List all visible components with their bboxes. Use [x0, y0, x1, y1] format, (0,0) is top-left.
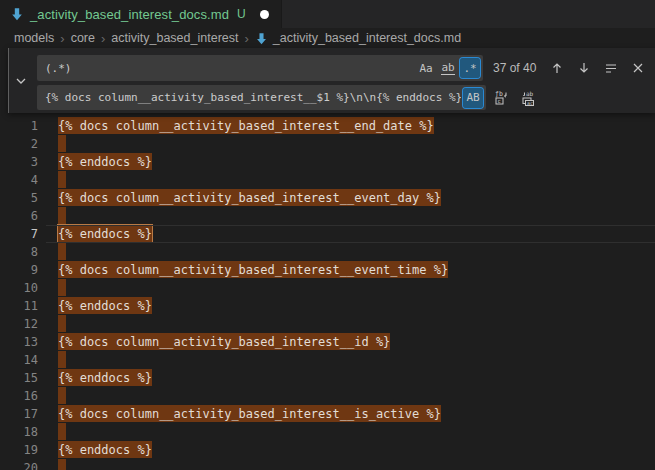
- line-number: 20: [0, 459, 58, 470]
- find-replace-widget: Aa ab .* 37 of 40: [8, 48, 655, 113]
- code-text: {% enddocs %}: [58, 369, 152, 386]
- empty-match-highlight: [58, 171, 66, 188]
- code-text: {% docs column__activity_based_interest_…: [58, 261, 448, 278]
- code-line[interactable]: 13{% docs column__activity_based_interes…: [0, 333, 655, 351]
- code-line[interactable]: 5{% docs column__activity_based_interest…: [0, 189, 655, 207]
- empty-match-highlight: [58, 423, 66, 440]
- code-line[interactable]: 16: [0, 387, 655, 405]
- code-line[interactable]: 6: [0, 207, 655, 225]
- line-content: {% docs column__activity_based_interest_…: [58, 117, 655, 135]
- code-line[interactable]: 11{% enddocs %}: [0, 297, 655, 315]
- line-content: {% docs column__activity_based_interest_…: [58, 405, 655, 423]
- previous-match-button[interactable]: [546, 57, 568, 79]
- empty-match-highlight: [58, 135, 66, 152]
- replace-all-icon[interactable]: ab ac: [518, 87, 540, 109]
- code-line[interactable]: 20: [0, 459, 655, 470]
- line-content: {% enddocs %}: [58, 297, 655, 315]
- preserve-case-button[interactable]: AB: [463, 88, 483, 108]
- replace-input-box: AB: [37, 85, 486, 110]
- vscode-editor-window: _activity_based_interest_docs.md U model…: [0, 0, 655, 470]
- code-line[interactable]: 9{% docs column__activity_based_interest…: [0, 261, 655, 279]
- code-text: {% enddocs %}: [58, 153, 152, 170]
- replace-input[interactable]: [37, 85, 461, 110]
- code-line[interactable]: 12: [0, 315, 655, 333]
- line-content: {% docs column__activity_based_interest_…: [58, 189, 655, 207]
- code-area[interactable]: 1{% docs column__activity_based_interest…: [0, 117, 655, 470]
- empty-match-highlight: [58, 243, 66, 260]
- match-case-button[interactable]: Aa: [416, 58, 436, 78]
- empty-match-highlight: [58, 207, 66, 224]
- empty-match-highlight: [58, 279, 66, 296]
- code-line[interactable]: 3{% enddocs %}: [0, 153, 655, 171]
- markdown-file-icon: [255, 32, 268, 45]
- empty-match-highlight: [58, 459, 66, 470]
- breadcrumb-item-models[interactable]: models: [14, 31, 54, 45]
- tab-activity-based-interest-docs[interactable]: _activity_based_interest_docs.md U: [0, 0, 282, 28]
- code-line[interactable]: 19{% enddocs %}: [0, 441, 655, 459]
- line-number: 16: [0, 387, 58, 405]
- unsaved-changes-dot[interactable]: [260, 10, 269, 19]
- line-number: 10: [0, 279, 58, 297]
- editor-pane[interactable]: Aa ab .* 37 of 40: [0, 48, 655, 470]
- line-content: {% docs column__activity_based_interest_…: [58, 333, 655, 351]
- markdown-file-icon: [10, 7, 24, 21]
- find-input[interactable]: [37, 55, 414, 81]
- svg-text:ab: ab: [526, 90, 534, 97]
- code-text: {% enddocs %}: [58, 441, 152, 458]
- code-line[interactable]: 7{% enddocs %}: [0, 225, 655, 243]
- line-number: 9: [0, 261, 58, 279]
- line-number: 17: [0, 405, 58, 423]
- toggle-replace-chevron-icon[interactable]: [12, 73, 30, 89]
- replace-icon[interactable]: ƒb c: [491, 87, 513, 109]
- code-text: {% docs column__activity_based_interest_…: [58, 333, 390, 350]
- code-line[interactable]: 4: [0, 171, 655, 189]
- close-icon[interactable]: [627, 57, 649, 79]
- line-number: 1: [0, 117, 58, 135]
- line-content: {% enddocs %}: [58, 225, 655, 243]
- svg-text:ac: ac: [527, 100, 533, 106]
- line-number: 14: [0, 351, 58, 369]
- line-number: 5: [0, 189, 58, 207]
- line-number: 12: [0, 315, 58, 333]
- whole-word-button[interactable]: ab: [438, 58, 458, 78]
- line-number: 19: [0, 441, 58, 459]
- code-line[interactable]: 14: [0, 351, 655, 369]
- find-row: Aa ab .* 37 of 40: [37, 55, 649, 81]
- line-number: 18: [0, 423, 58, 441]
- line-number: 2: [0, 135, 58, 153]
- next-match-button[interactable]: [573, 57, 595, 79]
- breadcrumb-item-activity-based-interest[interactable]: activity_based_interest: [111, 31, 238, 45]
- code-text: {% enddocs %}: [58, 225, 152, 242]
- find-in-selection-icon[interactable]: [600, 57, 622, 79]
- code-text: {% docs column__activity_based_interest_…: [58, 189, 441, 206]
- code-line[interactable]: 15{% enddocs %}: [0, 369, 655, 387]
- svg-text:c: c: [498, 98, 501, 104]
- code-line[interactable]: 1{% docs column__activity_based_interest…: [0, 117, 655, 135]
- line-content: [58, 207, 655, 225]
- line-content: [58, 171, 655, 189]
- line-content: [58, 387, 655, 405]
- line-number: 15: [0, 369, 58, 387]
- line-content: [58, 315, 655, 333]
- code-line[interactable]: 8: [0, 243, 655, 261]
- code-line[interactable]: 17{% docs column__activity_based_interes…: [0, 405, 655, 423]
- line-content: [58, 423, 655, 441]
- regex-button[interactable]: .*: [460, 58, 480, 78]
- breadcrumb-item-core[interactable]: core: [71, 31, 95, 45]
- code-line[interactable]: 18: [0, 423, 655, 441]
- line-content: {% enddocs %}: [58, 153, 655, 171]
- line-content: [58, 459, 655, 470]
- line-number: 6: [0, 207, 58, 225]
- tab-filename: _activity_based_interest_docs.md: [30, 7, 229, 22]
- code-line[interactable]: 10: [0, 279, 655, 297]
- code-text: {% docs column__activity_based_interest_…: [58, 405, 441, 422]
- empty-match-highlight: [58, 387, 66, 404]
- line-number: 7: [0, 225, 58, 243]
- breadcrumb-separator: ›: [100, 31, 106, 46]
- breadcrumb-item-file[interactable]: _activity_based_interest_docs.md: [255, 31, 461, 45]
- code-line[interactable]: 2: [0, 135, 655, 153]
- line-content: [58, 135, 655, 153]
- tab-bar: _activity_based_interest_docs.md U: [0, 0, 655, 28]
- line-content: {% enddocs %}: [58, 441, 655, 459]
- line-content: [58, 351, 655, 369]
